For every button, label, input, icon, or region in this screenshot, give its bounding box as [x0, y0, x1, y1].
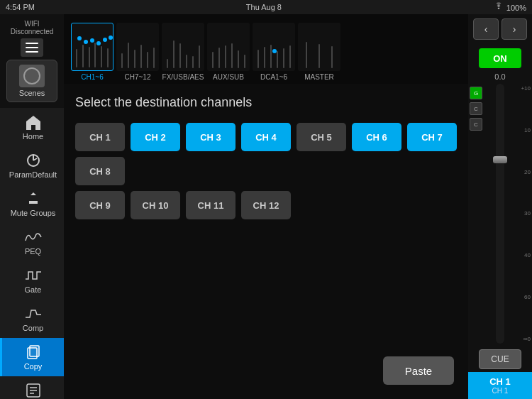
svg-rect-4: [30, 346, 39, 356]
ch-btn-ch2[interactable]: CH 2: [131, 123, 180, 151]
ch-btn-ch1[interactable]: CH 1: [75, 123, 125, 151]
ch-btn-ch6[interactable]: CH 6: [352, 123, 401, 151]
sidebar-item-gate-label: Gate: [25, 285, 42, 294]
scenes-label: Scenes: [19, 89, 45, 97]
copy-icon: [23, 344, 43, 361]
main-content: Select the destination channels CH 1 CH …: [64, 84, 468, 399]
status-bar: 4:54 PM Thu Aug 8 100%: [0, 0, 532, 14]
ch-fader-preview-ch7-12: [116, 23, 159, 71]
ch-btn-ch9[interactable]: CH 9: [75, 191, 125, 219]
ch-fader-preview-master: [298, 23, 340, 71]
ch-btn-ch3[interactable]: CH 3: [186, 123, 235, 151]
ch-btn-ch7[interactable]: CH 7: [407, 123, 457, 151]
ch-group-ch1-6[interactable]: CH1~6: [71, 23, 113, 81]
preset-icon: [23, 382, 43, 399]
ch-fader-preview-dca1-6: [253, 23, 295, 71]
ch-btn-ch5[interactable]: CH 5: [297, 123, 346, 151]
scenes-button[interactable]: Scenes: [6, 60, 57, 102]
ch-group-dca1-6[interactable]: DCA1~6: [253, 23, 295, 81]
sidebar-item-paramdefault-label: ParamDefault: [9, 170, 57, 179]
ch-btn-ch4[interactable]: CH 4: [241, 123, 291, 151]
fader-thumb[interactable]: [493, 156, 507, 163]
peq-icon: [23, 229, 43, 246]
ch-group-aux-sub-label: AUX/SUB: [213, 73, 244, 81]
right-panel: ‹ › ON 0.0 G C C +10 10 20 30 40 60 ∞0 C…: [468, 14, 532, 399]
sidebar-item-comp[interactable]: Comp: [0, 300, 64, 338]
sidebar-item-mutegroups-label: Mute Groups: [11, 209, 56, 217]
hamburger-button[interactable]: [21, 38, 43, 57]
ch-btn-ch10[interactable]: CH 10: [131, 191, 180, 219]
scenes-icon: [19, 65, 45, 87]
ch-fader-preview-ch1-6: [71, 23, 113, 71]
channel-label-big: CH 1: [468, 376, 532, 387]
content-title: Select the destination channels: [75, 95, 457, 110]
paramdefault-icon: [23, 152, 43, 169]
sidebar-item-peq-label: PEQ: [25, 247, 41, 256]
sidebar-item-copy[interactable]: Copy: [0, 338, 64, 376]
sidebar-item-preset[interactable]: Preset: [0, 376, 64, 399]
home-icon: [23, 114, 43, 131]
ch-group-dca1-6-label: DCA1~6: [260, 73, 287, 81]
ch-group-ch1-6-label: CH1~6: [81, 73, 103, 81]
nav-arrows: ‹ ›: [468, 14, 532, 44]
ch-group-master-label: MASTER: [304, 73, 334, 81]
ch-btn-ch12[interactable]: CH 12: [241, 191, 291, 219]
sidebar-item-paramdefault[interactable]: ParamDefault: [0, 146, 64, 185]
status-time: 4:54 PM: [6, 3, 35, 11]
ch-btn-ch11[interactable]: CH 11: [186, 191, 235, 219]
channel-row-2: CH 9 CH 10 CH 11 CH 12: [75, 191, 457, 219]
channel-row-1: CH 1 CH 2 CH 3 CH 4 CH 5 CH 6 CH 7 CH 8: [75, 123, 457, 185]
ch-group-fx-usb-aes-label: FX/USB/AES: [162, 73, 204, 81]
gate-icon: [23, 267, 43, 284]
ch-fader-preview-fx-usb-aes: [162, 23, 204, 71]
wifi-status: WIFI Disconnected: [11, 20, 54, 35]
status-day: Thu Aug 8: [246, 3, 282, 11]
mutegroups-icon: [23, 190, 43, 207]
channel-label-small: CH 1: [468, 387, 532, 395]
status-wifi: 100%: [493, 2, 526, 12]
sidebar-item-copy-label: Copy: [24, 362, 43, 371]
ch-group-ch7-12-label: CH7~12: [125, 73, 151, 81]
sidebar-item-gate[interactable]: Gate: [0, 261, 64, 300]
ch-group-ch7-12[interactable]: CH7~12: [116, 23, 159, 81]
channel-label-box: CH 1 CH 1: [468, 372, 532, 399]
paste-button[interactable]: Paste: [383, 356, 454, 385]
c-button-2[interactable]: C: [470, 118, 482, 131]
ch-group-fx-usb-aes[interactable]: FX/USB/AES: [162, 23, 204, 81]
vol-display: 0.0: [494, 72, 505, 81]
sidebar-item-peq[interactable]: PEQ: [0, 223, 64, 261]
prev-arrow-button[interactable]: ‹: [473, 18, 499, 40]
cue-button[interactable]: CUE: [479, 349, 521, 369]
sidebar-top: WIFI Disconnected Scenes: [0, 14, 64, 108]
sidebar: WIFI Disconnected Scenes Home: [0, 14, 64, 399]
c-button-1[interactable]: C: [470, 102, 482, 115]
sidebar-item-comp-label: Comp: [23, 324, 43, 332]
comp-icon: [23, 305, 43, 322]
next-arrow-button[interactable]: ›: [501, 18, 527, 40]
channel-strip: CH1~6 CH7~12 FX/: [64, 14, 468, 84]
sidebar-item-home[interactable]: Home: [0, 108, 64, 146]
on-button[interactable]: ON: [479, 48, 521, 68]
ch-fader-preview-aux-sub: [207, 23, 250, 71]
ch-group-aux-sub[interactable]: AUX/SUB: [207, 23, 250, 81]
sidebar-item-home-label: Home: [23, 132, 43, 141]
ch-group-master[interactable]: MASTER: [298, 23, 340, 81]
sidebar-item-mutegroups[interactable]: Mute Groups: [0, 185, 64, 223]
ch-btn-ch8[interactable]: CH 8: [75, 157, 125, 185]
g-button[interactable]: G: [470, 87, 482, 99]
